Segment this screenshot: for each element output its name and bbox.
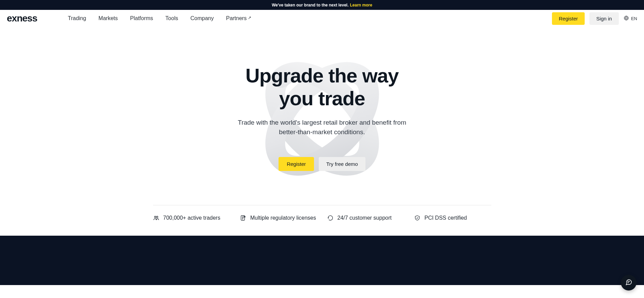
main-nav: Trading Markets Platforms Tools Company … bbox=[68, 15, 251, 21]
hero-demo-button[interactable]: Try free demo bbox=[319, 157, 365, 171]
hero-title-line1: Upgrade the way bbox=[245, 64, 399, 87]
hero-title-line2: you trade bbox=[279, 87, 365, 109]
feature-certified: PCI DSS certified bbox=[414, 214, 491, 222]
nav-item-label: Trading bbox=[68, 15, 86, 21]
hero-register-button[interactable]: Register bbox=[279, 157, 314, 171]
hero-title: Upgrade the way you trade bbox=[230, 64, 414, 110]
feature-support: 24/7 customer support bbox=[327, 214, 404, 222]
hero-subtitle: Trade with the world's largest retail br… bbox=[230, 118, 414, 137]
nav-item-company[interactable]: Company bbox=[190, 15, 213, 21]
register-button[interactable]: Register bbox=[552, 12, 585, 25]
hero-content: Upgrade the way you trade Trade with the… bbox=[230, 64, 414, 171]
feature-licenses: Multiple regulatory licenses bbox=[240, 214, 317, 222]
language-code: EN bbox=[631, 16, 637, 21]
license-icon bbox=[240, 215, 246, 221]
feature-traders: 700,000+ active traders bbox=[153, 214, 230, 222]
nav-item-partners[interactable]: Partners ↗ bbox=[226, 15, 251, 21]
nav-item-label: Platforms bbox=[130, 15, 153, 21]
nav-item-label: Company bbox=[190, 15, 213, 21]
dark-section bbox=[0, 236, 644, 285]
svg-point-3 bbox=[154, 216, 156, 218]
feature-label: PCI DSS certified bbox=[424, 214, 467, 222]
feature-label: 700,000+ active traders bbox=[163, 214, 221, 222]
header: exness Trading Markets Platforms Tools C… bbox=[0, 10, 644, 27]
nav-item-label: Tools bbox=[165, 15, 178, 21]
feature-label: Multiple regulatory licenses bbox=[250, 214, 316, 222]
announcement-bar: We've taken our brand to the next level.… bbox=[0, 0, 644, 10]
announcement-link[interactable]: Learn more bbox=[350, 3, 372, 7]
nav-item-platforms[interactable]: Platforms bbox=[130, 15, 153, 21]
external-link-icon: ↗ bbox=[248, 15, 251, 20]
language-selector[interactable]: EN bbox=[624, 15, 637, 22]
nav-item-tools[interactable]: Tools bbox=[165, 15, 178, 21]
nav-item-label: Partners bbox=[226, 15, 246, 21]
signin-button[interactable]: Sign in bbox=[589, 12, 619, 25]
shield-icon bbox=[414, 215, 420, 221]
logo[interactable]: exness bbox=[7, 13, 37, 24]
features-row: 700,000+ active traders Multiple regulat… bbox=[153, 205, 491, 235]
users-icon bbox=[153, 215, 159, 221]
support-icon bbox=[327, 215, 333, 221]
nav-item-trading[interactable]: Trading bbox=[68, 15, 86, 21]
svg-point-4 bbox=[156, 216, 158, 218]
hero-actions: Register Try free demo bbox=[230, 157, 414, 171]
announcement-text: We've taken our brand to the next level. bbox=[272, 3, 348, 7]
nav-item-label: Markets bbox=[99, 15, 118, 21]
hero-section: Upgrade the way you trade Trade with the… bbox=[0, 27, 644, 195]
logo-text: exness bbox=[7, 13, 37, 24]
chat-icon bbox=[625, 278, 632, 285]
nav-right: Register Sign in EN bbox=[552, 12, 637, 25]
feature-label: 24/7 customer support bbox=[338, 214, 392, 222]
globe-icon bbox=[624, 15, 629, 22]
nav-item-markets[interactable]: Markets bbox=[99, 15, 118, 21]
